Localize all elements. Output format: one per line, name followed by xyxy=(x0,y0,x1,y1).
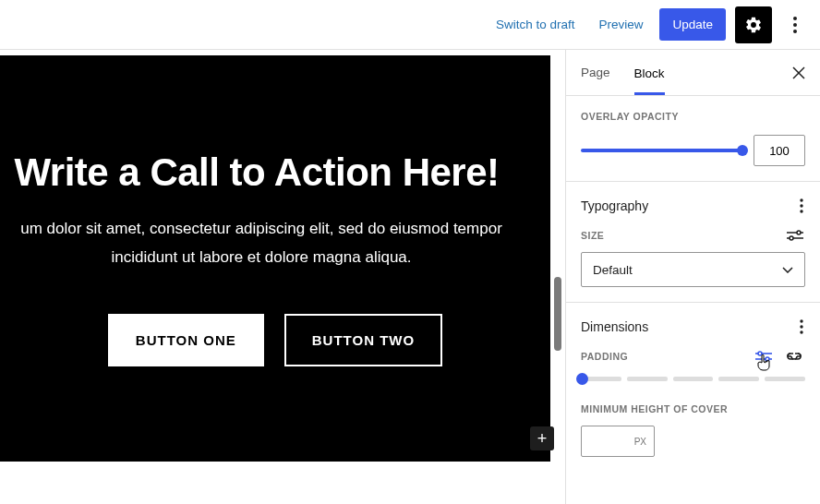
update-button[interactable]: Update xyxy=(659,8,726,41)
padding-custom-button[interactable] xyxy=(754,349,774,364)
padding-segment[interactable] xyxy=(765,377,805,381)
sliders-icon xyxy=(755,351,772,362)
chevron-down-icon xyxy=(782,267,793,273)
settings-sidebar: Page Block OVERLAY OPACITY Typography xyxy=(565,50,820,504)
svg-point-14 xyxy=(800,330,802,333)
svg-point-16 xyxy=(758,352,762,355)
heading[interactable]: Write a Call to Action Here! xyxy=(14,150,499,195)
button-two[interactable]: BUTTON TWO xyxy=(284,314,442,366)
overlay-opacity-label: OVERLAY OPACITY xyxy=(581,111,805,122)
svg-point-11 xyxy=(790,236,793,240)
typography-more-button[interactable] xyxy=(798,197,805,215)
top-toolbar: Switch to draft Preview Update xyxy=(0,0,820,50)
padding-segment[interactable] xyxy=(581,377,621,381)
min-height-unit: PX xyxy=(634,437,646,447)
dimensions-title: Dimensions xyxy=(581,319,648,334)
svg-point-6 xyxy=(800,204,802,207)
paragraph[interactable]: um dolor sit amet, consectetur adipiscin… xyxy=(3,215,520,271)
typography-panel: Typography SIZE Default xyxy=(566,182,820,303)
size-select[interactable]: Default xyxy=(581,252,805,287)
main-area: Write a Call to Action Here! um dolor si… xyxy=(0,50,820,504)
settings-button[interactable] xyxy=(735,6,772,43)
svg-point-5 xyxy=(800,198,802,201)
padding-slider[interactable] xyxy=(581,377,805,381)
switch-to-draft-button[interactable]: Switch to draft xyxy=(488,12,583,37)
sidebar-tabs: Page Block xyxy=(566,50,820,96)
padding-link-button[interactable] xyxy=(783,350,805,363)
buttons-row: BUTTON ONE BUTTON TWO xyxy=(108,314,442,366)
svg-point-18 xyxy=(766,357,769,361)
button-one[interactable]: BUTTON ONE xyxy=(108,314,264,366)
canvas-scrollbar[interactable] xyxy=(550,55,565,462)
more-vertical-icon xyxy=(800,198,803,213)
svg-point-2 xyxy=(793,30,797,33)
sliders-icon xyxy=(787,230,803,241)
size-label: SIZE xyxy=(581,230,604,241)
plus-icon: + xyxy=(537,429,548,449)
slider-thumb[interactable] xyxy=(737,145,748,156)
min-height-input[interactable]: PX xyxy=(581,426,655,457)
padding-label: PADDING xyxy=(581,351,628,362)
svg-point-1 xyxy=(793,23,797,27)
close-sidebar-button[interactable] xyxy=(792,66,805,79)
overlay-opacity-input[interactable] xyxy=(754,135,805,166)
svg-point-7 xyxy=(800,210,802,212)
editor-canvas-wrap: Write a Call to Action Here! um dolor si… xyxy=(0,50,565,504)
svg-point-12 xyxy=(800,319,802,322)
dimensions-panel: Dimensions PADDING xyxy=(566,303,820,472)
cover-block[interactable]: Write a Call to Action Here! um dolor si… xyxy=(0,55,550,462)
scrollbar-thumb[interactable] xyxy=(554,277,561,351)
gear-icon xyxy=(744,16,763,34)
size-select-value: Default xyxy=(593,263,633,277)
close-icon xyxy=(792,66,805,79)
svg-point-9 xyxy=(797,231,801,234)
dimensions-more-button[interactable] xyxy=(798,318,805,336)
overlay-opacity-panel: OVERLAY OPACITY xyxy=(566,96,820,182)
more-vertical-icon xyxy=(800,319,803,334)
svg-point-13 xyxy=(800,325,802,328)
typography-title: Typography xyxy=(581,198,648,213)
min-height-label: MINIMUM HEIGHT OF COVER xyxy=(581,403,805,414)
overlay-opacity-slider[interactable] xyxy=(581,149,742,152)
more-options-button[interactable] xyxy=(781,6,809,43)
size-settings-button[interactable] xyxy=(785,228,805,243)
tab-page[interactable]: Page xyxy=(581,51,610,94)
tab-block[interactable]: Block xyxy=(634,52,665,95)
preview-button[interactable]: Preview xyxy=(591,12,650,37)
link-icon xyxy=(785,352,803,361)
padding-segment[interactable] xyxy=(718,377,759,381)
padding-segment[interactable] xyxy=(627,377,668,381)
padding-segment[interactable] xyxy=(673,377,714,381)
svg-point-0 xyxy=(793,17,797,20)
more-vertical-icon xyxy=(793,17,797,33)
